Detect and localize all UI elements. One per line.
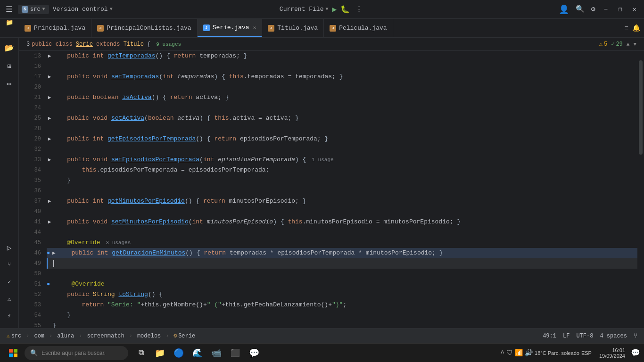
tab-principal[interactable]: J Principal.java bbox=[19, 19, 91, 37]
code-line-44 bbox=[47, 227, 637, 238]
status-alura[interactable]: alura bbox=[54, 333, 77, 339]
taskbar-jetbrains[interactable]: ⬛ bbox=[226, 344, 244, 362]
fold-arrow-46[interactable]: ▶ bbox=[51, 248, 57, 258]
fold-arrow-29[interactable]: ▶ bbox=[47, 134, 52, 144]
check-count[interactable]: ✓ 29 bbox=[611, 41, 623, 48]
project-name: src bbox=[30, 6, 41, 13]
warnings-info: ⚠ 5 ✓ 29 ▲ ▼ bbox=[599, 41, 636, 48]
tab-label-pelicula: Pelicula.java bbox=[339, 25, 387, 32]
code-line-29: ▶ public int getEpisodiosPorTemporada() … bbox=[47, 134, 637, 144]
language-badge[interactable]: ESP bbox=[581, 350, 592, 356]
class-declaration-text: public class Serie extends Titulo { bbox=[32, 41, 150, 48]
fold-arrow-13[interactable]: ▶ bbox=[47, 51, 52, 61]
ln-17: 17 bbox=[21, 72, 41, 82]
taskbar-edge[interactable]: 🌊 bbox=[189, 344, 206, 362]
tab-pelicula[interactable]: J Pelicula.java bbox=[324, 19, 393, 37]
status-encoding[interactable]: UTF-8 bbox=[573, 333, 596, 339]
status-com[interactable]: com bbox=[31, 333, 47, 339]
windows-start-button[interactable] bbox=[4, 346, 23, 360]
status-indent[interactable]: 4 spaces bbox=[597, 333, 630, 339]
taskbar-lineapp[interactable]: 💬 bbox=[245, 344, 263, 362]
tray-chevron-icon[interactable]: ^ bbox=[501, 349, 504, 357]
sidebar-icon-git[interactable]: ⑂ bbox=[1, 256, 18, 273]
current-file-selector[interactable]: Current File ▼ bbox=[280, 6, 329, 13]
warning-number: 5 bbox=[604, 41, 607, 48]
code-line-32 bbox=[47, 144, 637, 155]
chevron-up-icon[interactable]: ▲ bbox=[627, 41, 630, 47]
status-modelos[interactable]: modelos bbox=[134, 333, 164, 339]
scrollbar-thumb[interactable] bbox=[639, 60, 643, 155]
notifications-icon[interactable]: 🔔 bbox=[632, 24, 640, 32]
tab-serie[interactable]: J Serie.java ✕ bbox=[198, 19, 263, 37]
chevron-down-icon[interactable]: ▼ bbox=[633, 41, 636, 47]
ln-41: 41 bbox=[21, 217, 41, 227]
taskbar-search-box[interactable]: 🔍 Escribe aquí para buscar. bbox=[25, 346, 128, 360]
vcs-label[interactable]: Version control ▼ bbox=[53, 6, 113, 13]
main-area: 📂 ⊞ ⋯ ▷ ⑂ ✓ ⚠ ⚡ 3 public class Serie ext… bbox=[0, 38, 644, 328]
profile-icon[interactable]: 👤 bbox=[557, 3, 571, 16]
fold-arrow-33[interactable]: ▶ bbox=[47, 155, 52, 165]
status-screenmatch[interactable]: screenmatch bbox=[84, 333, 127, 339]
tab-bar: 📁 J Principal.java J PrincipalConListas.… bbox=[0, 19, 644, 38]
tray-network-icon[interactable]: 📶 bbox=[515, 349, 523, 357]
debug-button[interactable]: 🐛 bbox=[340, 5, 350, 14]
ln-44: 44 bbox=[21, 227, 41, 238]
sidebar-icon-todo[interactable]: ✓ bbox=[1, 273, 18, 290]
weather-display: 18°C Parc. soleado bbox=[535, 350, 579, 356]
restore-button[interactable]: ❐ bbox=[614, 3, 626, 15]
sidebar-icon-notifications[interactable]: ⚠ bbox=[1, 290, 18, 307]
fold-arrow-37[interactable]: ▶ bbox=[47, 196, 52, 206]
sidebar-icon-run[interactable]: ▷ bbox=[1, 239, 18, 256]
project-files-icon[interactable]: 📁 bbox=[0, 19, 19, 26]
settings-icon[interactable]: ⚙ bbox=[589, 4, 597, 15]
breadcrumb-alura: alura bbox=[57, 333, 74, 339]
tray-volume-icon[interactable]: 🔊 bbox=[525, 349, 533, 357]
vertical-scrollbar[interactable] bbox=[637, 51, 644, 328]
indent: 4 spaces bbox=[600, 333, 627, 339]
breadcrumb-sep-2: › bbox=[49, 333, 52, 339]
sidebar-icon-structure[interactable]: ⊞ bbox=[1, 58, 18, 74]
fold-arrow-17[interactable]: ▶ bbox=[47, 72, 52, 82]
taskbar-task-view[interactable]: ⧉ bbox=[132, 344, 150, 362]
minimize-button[interactable]: − bbox=[600, 4, 611, 15]
fold-arrow-21[interactable]: ▶ bbox=[47, 92, 52, 103]
zoom-icon: 📹 bbox=[211, 348, 222, 358]
tray-avast-icon[interactable]: 🛡 bbox=[506, 349, 513, 357]
fold-arrow-41[interactable]: ▶ bbox=[47, 217, 52, 227]
status-serie-class[interactable]: © Serie bbox=[171, 333, 198, 339]
taskbar-clock[interactable]: 16:01 19/09/2024 bbox=[595, 347, 629, 359]
status-warning-icon: ⚠ bbox=[7, 333, 10, 339]
tab-principalconlistas[interactable]: J PrincipalConListas.java bbox=[91, 19, 197, 37]
taskbar-file-explorer[interactable]: 📁 bbox=[151, 344, 169, 362]
close-button[interactable]: ✕ bbox=[629, 3, 640, 15]
sidebar-icon-folder[interactable]: 📂 bbox=[1, 40, 18, 57]
project-badge[interactable]: S src ▼ bbox=[18, 5, 49, 14]
ln-52: 52 bbox=[21, 289, 41, 300]
code-content[interactable]: ▶ public int getTemporadas() { return te… bbox=[45, 51, 637, 328]
warning-count[interactable]: ⚠ 5 bbox=[599, 41, 607, 48]
code-line-50 bbox=[47, 269, 637, 279]
code-line-16 bbox=[47, 61, 637, 72]
tab-titulo[interactable]: J Titulo.java bbox=[262, 19, 324, 37]
tab-label-principal: Principal.java bbox=[34, 25, 85, 32]
status-line-ending[interactable]: LF bbox=[560, 333, 572, 339]
notifications-taskbar-icon[interactable]: 💬 bbox=[631, 348, 640, 358]
search-icon[interactable]: 🔍 bbox=[574, 4, 586, 15]
run-button[interactable]: ▶ bbox=[332, 5, 337, 14]
status-src[interactable]: ⚠ src bbox=[4, 333, 24, 339]
chrome-icon: 🔵 bbox=[173, 348, 184, 358]
sidebar-icon-plugins[interactable]: ⚡ bbox=[1, 307, 18, 324]
taskbar-chrome[interactable]: 🔵 bbox=[170, 344, 188, 362]
tab-close-serie[interactable]: ✕ bbox=[253, 25, 256, 31]
more-options-button[interactable]: ⋮ bbox=[354, 4, 364, 15]
fold-arrow-25[interactable]: ▶ bbox=[47, 113, 52, 123]
sidebar-icon-more[interactable]: ⋯ bbox=[1, 75, 18, 92]
status-position[interactable]: 49:1 bbox=[540, 333, 559, 339]
status-git-icon[interactable]: ⑂ bbox=[631, 332, 640, 340]
hamburger-menu-icon[interactable]: ☰ bbox=[4, 3, 14, 16]
taskbar-zoom[interactable]: 📹 bbox=[207, 344, 225, 362]
code-line-25: ▶ public void setActiva(boolean activa) … bbox=[47, 113, 637, 123]
tab-icon-serie: J bbox=[203, 25, 210, 31]
tab-list-icon[interactable]: ≡ bbox=[625, 25, 628, 32]
ln-46: 46 bbox=[21, 248, 41, 258]
